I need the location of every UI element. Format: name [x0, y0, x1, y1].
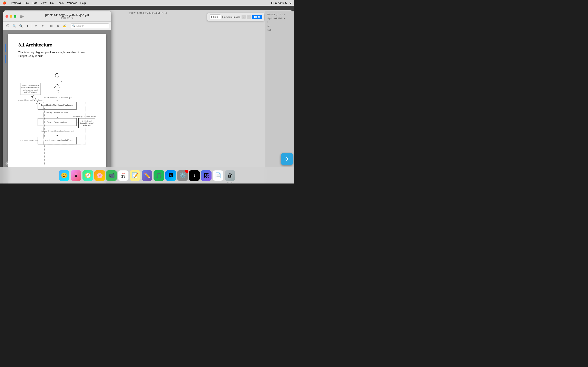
- pdf-intro-text: The following diagram provides a rough o…: [18, 50, 96, 58]
- menu-go[interactable]: Go: [50, 1, 53, 4]
- svg-marker-11: [58, 92, 59, 93]
- facetime-icon: 📹: [108, 172, 115, 179]
- dock-item-notes[interactable]: 📝: [130, 170, 140, 181]
- sidebar-toggle-bar-3: [20, 17, 22, 17]
- svg-text:User: User: [55, 90, 60, 92]
- dock-item-photos[interactable]: 🌸: [94, 170, 105, 181]
- crop-icon[interactable]: ⊞: [49, 23, 54, 29]
- rotate-icon[interactable]: ↻: [55, 23, 61, 29]
- trash-icon: 🗑: [227, 172, 233, 179]
- toolbar-search-field[interactable]: 🔍 Search: [71, 24, 109, 28]
- highlight-icon[interactable]: ✏: [34, 23, 39, 29]
- svg-text:Parser : Parses user Input: Parser : Parses user Input: [47, 121, 67, 123]
- svg-point-0: [55, 73, 59, 77]
- dock-item-system-prefs[interactable]: ⚙️ 1: [177, 170, 188, 181]
- zoom-out-icon[interactable]: 🔍: [18, 23, 24, 29]
- dock-item-calendar[interactable]: APR 19: [118, 170, 129, 181]
- right-panel-link: o/tp/UserGuide.html: [267, 17, 292, 20]
- architecture-diagram: User User enters an input, and views an …: [18, 63, 96, 177]
- svg-text:and Loads most recent: and Loads most recent: [23, 89, 38, 91]
- menu-preview[interactable]: Preview: [11, 1, 21, 4]
- highlight-dropdown[interactable]: ▾: [40, 23, 45, 29]
- calendar-day: 19: [121, 174, 125, 179]
- menu-file[interactable]: File: [25, 1, 29, 4]
- dock-item-textedit[interactable]: 📄: [213, 170, 223, 181]
- right-panel-the: the: [267, 25, 292, 27]
- dock-item-terminal[interactable]: $: [189, 170, 200, 181]
- toolbar-divider-1: [32, 24, 32, 28]
- dock-item-appstore[interactable]: 🅰: [165, 170, 176, 181]
- markup-icon[interactable]: ✍: [62, 23, 67, 29]
- appstore-icon: 🅰: [169, 173, 173, 178]
- info-icon[interactable]: ⓘ: [5, 23, 10, 29]
- menu-view[interactable]: View: [41, 1, 47, 4]
- calendar-month: APR: [122, 173, 125, 174]
- menu-bar: 🍎 Preview File Edit View Go Tools Window…: [0, 0, 294, 6]
- search-prev-button[interactable]: ‹: [242, 15, 246, 19]
- svg-text:Produces output for certain fe: Produces output for certain features: [73, 116, 96, 117]
- window-background: [CS2113-T12-3][BudgetBuddy]UG.pdf delete…: [0, 6, 294, 184]
- dock-item-finder[interactable]: 😊: [59, 170, 69, 181]
- zoom-in-icon[interactable]: 🔍: [12, 23, 17, 29]
- menu-help[interactable]: Help: [80, 1, 86, 4]
- svg-marker-39: [57, 135, 58, 137]
- maximize-button[interactable]: [14, 15, 16, 18]
- finder-icon: 😊: [61, 172, 67, 179]
- search-next-button[interactable]: ›: [247, 15, 251, 19]
- search-icon: 🔍: [72, 25, 75, 27]
- close-button[interactable]: [6, 15, 8, 18]
- dock-item-facetime[interactable]: 📹: [106, 170, 117, 181]
- add-page-button[interactable]: +: [6, 161, 9, 166]
- dock-item-launchpad[interactable]: ⠿: [71, 170, 81, 181]
- svg-marker-9: [57, 100, 58, 102]
- sidebar-toggle-button[interactable]: [20, 15, 24, 18]
- pdf-section-heading: 3.1 Architecture: [18, 42, 96, 48]
- menu-window[interactable]: Window: [67, 1, 77, 4]
- terminal-icon: $: [194, 174, 195, 177]
- search-overlay: delete Found on 4 pages ‹ › Done: [207, 13, 264, 21]
- dock-item-preview[interactable]: 🖼: [201, 170, 212, 181]
- apple-menu[interactable]: 🍎: [2, 1, 6, 5]
- svg-text:User enters an input, and view: User enters an input, and views an outpu…: [43, 97, 72, 99]
- dock-item-safari[interactable]: 🧭: [82, 170, 93, 181]
- dock: 😊 ⠿ 🧭 🌸 📹 APR 19 📝 ✏️ 🎵 🅰 ⚙: [0, 167, 294, 184]
- telegram-app-icon[interactable]: ✈: [281, 153, 293, 165]
- right-panel-date: 15/4/2024, 2:47 pm: [267, 13, 292, 16]
- left-tab-1: [5, 44, 6, 52]
- search-input-display[interactable]: delete: [209, 15, 221, 19]
- svg-line-22: [33, 95, 39, 104]
- right-panel-such: such: [267, 29, 292, 31]
- svg-line-3: [54, 84, 57, 88]
- system-prefs-badge: 1: [185, 170, 189, 173]
- dock-item-trash[interactable]: 🗑 Sc…M: [225, 170, 235, 181]
- menu-tools[interactable]: Tools: [57, 1, 63, 4]
- share-icon[interactable]: ⬆: [25, 23, 30, 29]
- svg-text:Loads and Stores "state" of Ap: Loads and Stores "state" of Application: [18, 99, 43, 101]
- notes-icon: 📝: [132, 172, 138, 179]
- preview-icon: 🖼: [204, 172, 209, 179]
- datetime: Fri 19 Apr 5:32 PM: [271, 1, 292, 4]
- diagram-svg: User User enters an input, and views an …: [18, 63, 96, 177]
- window-title: [CS2113-T12-3][BudgetBuddy]DG.pdf: [25, 14, 109, 17]
- svg-text:CommandCreator : Consists of d: CommandCreator : Consists of different: [42, 139, 73, 141]
- toolbar: ⓘ 🔍 🔍 ⬆ ✏ ▾ ⊞ ↻ ✍ 🔍 Search: [3, 22, 111, 30]
- dock-item-spotify[interactable]: 🎵: [154, 170, 164, 181]
- svg-marker-27: [57, 117, 58, 118]
- toolbar-divider-3: [69, 24, 69, 28]
- svg-marker-6: [61, 81, 62, 82]
- found-pages-text: Found on 4 pages: [222, 16, 240, 18]
- svg-text:Storage : Stores the most: Storage : Stores the most: [22, 85, 39, 87]
- search-done-button[interactable]: Done: [252, 15, 262, 19]
- menu-edit[interactable]: Edit: [33, 1, 37, 4]
- svg-text:"state" of Application: "state" of Application: [24, 91, 37, 93]
- spotify-icon: 🎵: [156, 172, 162, 179]
- dock-item-freeform[interactable]: ✏️: [142, 170, 152, 181]
- trash-label: Sc…M: [227, 182, 232, 184]
- traffic-lights: [6, 15, 16, 18]
- minimize-button[interactable]: [9, 15, 12, 18]
- search-placeholder: Search: [76, 25, 84, 27]
- safari-icon: 🧭: [85, 172, 91, 179]
- launchpad-icon: ⠿: [75, 173, 78, 178]
- right-panel-it: it: [267, 21, 292, 24]
- sidebar-toggle-bar-1: [20, 15, 22, 16]
